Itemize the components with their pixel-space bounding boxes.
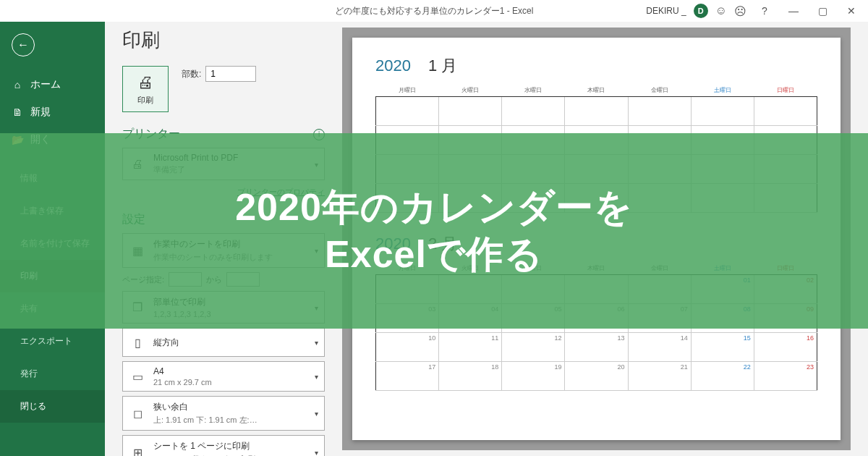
home-icon: ⌂ [12,79,23,90]
cal-year-1: 2020 [375,56,411,75]
username: DEKIRU _ [646,6,686,16]
close-button[interactable]: ✕ [841,5,862,17]
nav-export[interactable]: エクスポート [0,325,105,358]
print-button[interactable]: 🖨 印刷 [122,66,169,112]
chevron-down-icon: ▾ [315,449,318,457]
avatar[interactable]: D [694,4,708,18]
back-button[interactable]: ← [12,33,35,56]
maximize-button[interactable]: ▢ [812,5,833,17]
copies-label: 部数: [182,68,201,80]
portrait-icon: ▯ [129,334,146,351]
chevron-down-icon: ▾ [315,373,318,381]
feedback-smile-icon[interactable]: ☺ [715,4,727,17]
scaling-icon: ⊞ [129,444,146,456]
copies-input[interactable] [205,66,256,82]
printer-icon: 🖨 [137,73,153,92]
nav-publish[interactable]: 発行 [0,358,105,390]
cal-month-1: 1 月 [428,55,457,77]
title-bar: どの年度にも対応する月単位のカレンダー1 - Excel DEKIRU _ D … [0,0,868,22]
window-title: どの年度にも対応する月単位のカレンダー1 - Excel [335,5,534,17]
nav-new[interactable]: 🗎新規 [0,98,105,126]
paper-size-dropdown[interactable]: ▭ A421 cm x 29.7 cm ▾ [122,361,325,392]
orientation-dropdown[interactable]: ▯ 縦方向 ▾ [122,328,325,357]
nav-close[interactable]: 閉じる [0,390,105,423]
new-icon: 🗎 [12,106,23,118]
margins-icon: ◻ [129,405,146,422]
chevron-down-icon: ▾ [315,410,318,418]
feedback-frown-icon[interactable]: ☹ [734,4,746,18]
margins-dropdown[interactable]: ◻ 狭い余白上: 1.91 cm 下: 1.91 cm 左:… ▾ [122,396,325,431]
chevron-down-icon: ▾ [315,339,318,347]
scaling-dropdown[interactable]: ⊞ シートを 1 ページに印刷1 ページに収まるように印刷イメー… ▾ [122,435,325,456]
page-title: 印刷 [122,28,325,53]
overlay-caption: 2020年のカレンダーを Excelで作る [0,133,868,329]
nav-home[interactable]: ⌂ホーム [0,71,105,98]
paper-icon: ▭ [129,368,146,385]
help-button[interactable]: ? [754,5,775,17]
minimize-button[interactable]: ― [783,5,804,17]
